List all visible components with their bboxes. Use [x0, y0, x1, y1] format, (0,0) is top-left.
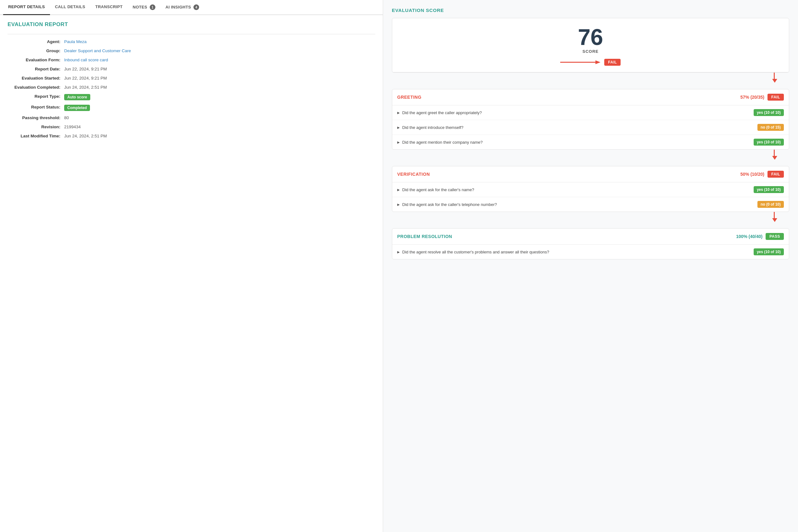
label-report-date: Report Date: [7, 66, 64, 71]
label-passing-threshold: Passing threshold: [7, 115, 64, 120]
section-greeting-header: GREETING 57% (20/35) FAIL [392, 89, 789, 105]
section-problem-resolution-header: PROBLEM RESOLUTION 100% (40/40) PASS [392, 229, 789, 245]
score-section: 76 SCORE FAIL [392, 18, 789, 73]
chevron-icon: ▶ [397, 126, 400, 129]
table-row: ▶ Did the agent introduce themself? no (… [392, 120, 789, 135]
svg-marker-1 [595, 60, 600, 64]
eval-report-title: EVALUATION REPORT [7, 21, 375, 28]
verification-title: VERIFICATION [397, 172, 430, 177]
value-report-type: Auto score [64, 94, 90, 100]
verification-score-info: 50% (10/20) FAIL [740, 171, 784, 178]
chevron-icon: ▶ [397, 188, 400, 191]
score-main: 76 SCORE FAIL [392, 18, 789, 72]
field-last-modified: Last Modified Time: Jun 24, 2024, 2:51 P… [7, 134, 375, 138]
fail-badge-main: FAIL [604, 59, 620, 66]
table-row: ▶ Did the agent ask for the caller's nam… [392, 182, 789, 197]
problem-resolution-title: PROBLEM RESOLUTION [397, 234, 452, 239]
question-text: Did the agent greet the caller appropria… [402, 110, 482, 115]
chevron-icon: ▶ [397, 111, 400, 114]
ai-insights-badge: 4 [193, 4, 199, 10]
table-row: ▶ Did the agent ask for the caller's tel… [392, 197, 789, 212]
field-agent: Agent: Paula Meza [7, 39, 375, 44]
value-passing-threshold: 80 [64, 115, 69, 120]
notes-badge: 1 [150, 4, 155, 10]
field-report-date: Report Date: Jun 22, 2024, 9:21 PM [7, 66, 375, 71]
value-eval-form[interactable]: Inbound call score card [64, 58, 108, 62]
answer-badge: yes (10 of 10) [754, 109, 784, 116]
label-agent: Agent: [7, 39, 64, 44]
evaluation-report: EVALUATION REPORT Agent: Paula Meza Grou… [0, 15, 383, 149]
verification-pct: 50% (10/20) [740, 172, 764, 177]
value-report-date: Jun 22, 2024, 9:21 PM [64, 66, 107, 71]
question-text: Did the agent mention their company name… [402, 140, 483, 145]
answer-badge: yes (10 of 10) [754, 248, 784, 255]
value-agent[interactable]: Paula Meza [64, 39, 87, 44]
value-eval-started: Jun 22, 2024, 9:21 PM [64, 76, 107, 80]
table-row: ▶ Did the agent greet the caller appropr… [392, 105, 789, 120]
section-verification: VERIFICATION 50% (10/20) FAIL ▶ Did the … [392, 166, 789, 212]
field-passing-threshold: Passing threshold: 80 [7, 115, 375, 120]
arrow-to-problem-resolution [392, 212, 789, 223]
field-group: Group: Dealer Support and Customer Care [7, 49, 375, 53]
arrow-to-greeting [392, 73, 789, 84]
answer-badge: yes (10 of 10) [754, 186, 784, 193]
field-report-type: Report Type: Auto score [7, 94, 375, 100]
answer-badge: no (0 of 15) [757, 124, 784, 131]
section-problem-resolution: PROBLEM RESOLUTION 100% (40/40) PASS ▶ D… [392, 228, 789, 260]
problem-resolution-pct: 100% (40/40) [736, 234, 762, 239]
question-text: Did the agent ask for the caller's name? [402, 187, 474, 192]
tab-call-details[interactable]: CALL DETAILS [50, 0, 90, 15]
question-text: Did the agent resolve all the customer's… [402, 250, 549, 254]
label-report-type: Report Type: [7, 94, 64, 99]
label-group: Group: [7, 49, 64, 53]
field-eval-completed: Evaluation Completed: Jun 24, 2024, 2:51… [7, 85, 375, 90]
field-eval-started: Evaluation Started: Jun 22, 2024, 9:21 P… [7, 76, 375, 80]
tab-report-details[interactable]: REPORT DETAILS [3, 0, 50, 15]
greeting-status-badge: FAIL [767, 94, 784, 101]
label-revision: Revision: [7, 125, 64, 129]
value-group[interactable]: Dealer Support and Customer Care [64, 49, 131, 53]
question-text: Did the agent introduce themself? [402, 125, 463, 130]
table-row: ▶ Did the agent resolve all the customer… [392, 245, 789, 259]
label-eval-form: Evaluation Form: [7, 58, 64, 62]
tab-transcript[interactable]: TRANSCRIPT [90, 0, 128, 15]
field-revision: Revision: 2199434 [7, 125, 375, 129]
label-last-modified: Last Modified Time: [7, 134, 64, 138]
chevron-icon: ▶ [397, 203, 400, 206]
chevron-icon: ▶ [397, 140, 400, 144]
eval-score-title: EVALUATION SCORE [392, 7, 789, 13]
problem-resolution-status-badge: PASS [766, 233, 784, 240]
value-eval-completed: Jun 24, 2024, 2:51 PM [64, 85, 107, 90]
field-eval-form: Evaluation Form: Inbound call score card [7, 58, 375, 62]
tab-bar: REPORT DETAILS CALL DETAILS TRANSCRIPT N… [0, 0, 383, 15]
label-report-status: Report Status: [7, 105, 64, 109]
greeting-pct: 57% (20/35) [740, 95, 764, 100]
value-revision: 2199434 [64, 125, 81, 129]
value-report-status: Completed [64, 105, 90, 111]
score-number: 76 [578, 26, 603, 49]
greeting-title: GREETING [397, 95, 422, 100]
label-eval-started: Evaluation Started: [7, 76, 64, 80]
verification-status-badge: FAIL [767, 171, 784, 178]
chevron-icon: ▶ [397, 250, 400, 254]
field-report-status: Report Status: Completed [7, 105, 375, 111]
answer-badge: no (0 of 10) [757, 201, 784, 208]
greeting-score-info: 57% (20/35) FAIL [740, 94, 784, 101]
answer-badge: yes (10 of 10) [754, 139, 784, 146]
label-eval-completed: Evaluation Completed: [7, 85, 64, 90]
section-verification-header: VERIFICATION 50% (10/20) FAIL [392, 166, 789, 182]
score-label: SCORE [582, 49, 598, 54]
arrow-to-verification [392, 150, 789, 161]
right-panel: EVALUATION SCORE 76 SCORE FAIL GREETING … [383, 0, 798, 532]
problem-resolution-score-info: 100% (40/40) PASS [736, 233, 784, 240]
table-row: ▶ Did the agent mention their company na… [392, 135, 789, 149]
tab-ai-insights[interactable]: AI INSIGHTS 4 [161, 0, 204, 15]
question-text: Did the agent ask for the caller's telep… [402, 202, 497, 207]
value-last-modified: Jun 24, 2024, 2:51 PM [64, 134, 107, 138]
tab-notes[interactable]: NOTES 1 [128, 0, 161, 15]
right-arrow-icon [560, 60, 601, 65]
section-greeting: GREETING 57% (20/35) FAIL ▶ Did the agen… [392, 89, 789, 150]
